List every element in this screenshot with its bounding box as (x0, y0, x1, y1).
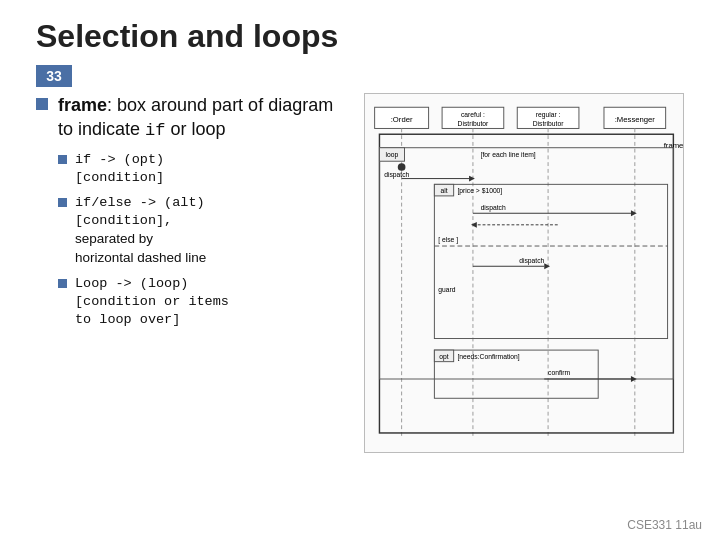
footer: CSE331 11au (627, 518, 702, 532)
svg-text:opt: opt (439, 353, 448, 361)
svg-marker-30 (631, 210, 637, 216)
sub-normal-3: [condition or itemsto loop over] (75, 294, 229, 327)
sub-bullet-3: Loop -> (loop)[condition or itemsto loop… (58, 275, 346, 330)
bullet-square-icon (36, 98, 48, 110)
svg-marker-37 (544, 263, 550, 269)
sub-text-3: Loop -> (loop)[condition or itemsto loop… (75, 275, 229, 330)
diagram-svg: :Order careful : Distributor regular : D… (365, 94, 683, 452)
svg-text:Distributor: Distributor (458, 120, 489, 127)
diagram: :Order careful : Distributor regular : D… (364, 93, 684, 453)
sub-bullet-square-2-icon (58, 198, 67, 207)
svg-marker-22 (469, 176, 475, 182)
svg-text:guard: guard (438, 286, 455, 294)
sub-bullet-1: if -> (opt)[condition] (58, 151, 346, 187)
svg-text:alt: alt (440, 187, 447, 194)
svg-text:careful :: careful : (461, 111, 485, 118)
frame-keyword: frame (58, 95, 107, 115)
svg-text:dispatch: dispatch (384, 171, 409, 179)
svg-point-23 (398, 163, 406, 171)
sub-text-2: if/else -> (alt)[condition],separated by… (75, 194, 206, 269)
svg-marker-45 (631, 376, 637, 382)
sub-normal-1: [condition] (75, 170, 164, 185)
svg-text:loop: loop (386, 151, 399, 159)
sub-code-1: if -> (opt) (75, 152, 164, 167)
svg-rect-24 (434, 184, 667, 338)
svg-marker-32 (471, 222, 477, 228)
sub-normal-2b: separated byhorizontal dashed line (75, 231, 206, 265)
main-text-part2: or loop (165, 119, 225, 139)
svg-text:[needs:Confirmation]: [needs:Confirmation] (458, 353, 520, 361)
svg-text:[for each line item]: [for each line item] (481, 151, 536, 159)
main-bullet: frame: box around part of diagram to ind… (36, 93, 346, 143)
sub-text-1: if -> (opt)[condition] (75, 151, 164, 187)
svg-text:dispatch: dispatch (481, 204, 506, 212)
slide-number: 33 (36, 65, 72, 87)
main-bullet-text: frame: box around part of diagram to ind… (58, 93, 346, 143)
sub-code-2: if/else -> (alt) (75, 195, 205, 210)
sub-code-3: Loop -> (loop) (75, 276, 188, 291)
slide-title: Selection and loops (36, 18, 338, 54)
sub-bullets: if -> (opt)[condition] if/else -> (alt)[… (58, 151, 346, 329)
right-panel: :Order careful : Distributor regular : D… (364, 93, 684, 453)
svg-text:Distributor: Distributor (533, 120, 564, 127)
sub-bullet-square-1-icon (58, 155, 67, 164)
slide: Selection and loops 33 frame: box around… (0, 0, 720, 540)
svg-text:[ else ]: [ else ] (438, 236, 458, 244)
sub-bullet-square-3-icon (58, 279, 67, 288)
svg-text::Messenger: :Messenger (615, 115, 656, 124)
svg-text:[price > $1000]: [price > $1000] (458, 187, 503, 195)
title-bar: Selection and loops (0, 0, 720, 65)
svg-text:regular :: regular : (536, 111, 561, 119)
if-code: if (145, 121, 165, 140)
left-panel: frame: box around part of diagram to ind… (36, 93, 346, 453)
svg-text:confirm: confirm (548, 369, 570, 376)
svg-text:dispatch: dispatch (519, 257, 544, 265)
sub-bullet-2: if/else -> (alt)[condition],separated by… (58, 194, 346, 269)
sub-normal-2a: [condition], (75, 213, 172, 228)
content-area: frame: box around part of diagram to ind… (0, 93, 720, 463)
svg-text::Order: :Order (391, 115, 413, 124)
